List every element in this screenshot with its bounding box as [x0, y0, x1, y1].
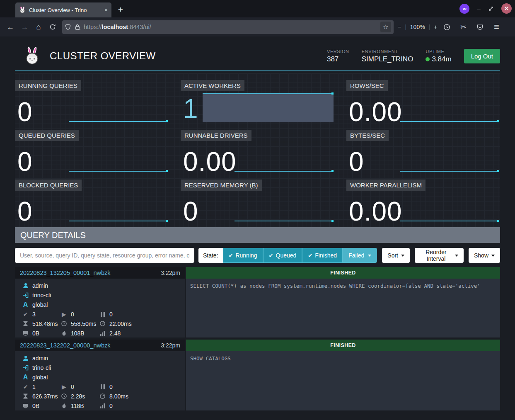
window-close-button[interactable]: ✕	[501, 3, 512, 14]
check-icon: ✔	[308, 252, 312, 259]
pocket-icon[interactable]	[474, 20, 486, 34]
query-user: admin	[32, 282, 48, 289]
stat-bytes-sec: BYTES/SEC 0	[346, 126, 500, 174]
stat-value: 0	[183, 198, 198, 225]
resource-group-icon: A	[22, 374, 29, 381]
sort-dropdown[interactable]: Sort	[382, 248, 410, 263]
user-icon	[22, 283, 29, 289]
zoom-out-icon[interactable]: −	[398, 24, 401, 30]
forward-icon[interactable]: →	[17, 20, 31, 34]
logout-button[interactable]: Log Out	[464, 49, 500, 63]
browser-tab[interactable]: Cluster Overview - Trino ×	[15, 2, 111, 17]
sparkline	[400, 171, 499, 172]
filter-queued-button[interactable]: ✔ Queued	[263, 248, 302, 263]
query-filter-row: State: ✔ Running ✔ Queued ✔ Finished Fai…	[15, 248, 500, 263]
sparkline	[235, 221, 333, 221]
cpu-time: 22.00ms	[109, 320, 132, 327]
stat-value: 1	[183, 95, 198, 122]
filter-failed-dropdown[interactable]: Failed	[343, 248, 377, 263]
separator: |	[405, 24, 406, 30]
menu-hamburger-icon[interactable]: ≡	[490, 20, 503, 34]
source-sign-in-icon	[22, 365, 29, 371]
chevron-down-icon	[368, 255, 371, 257]
stat-label: BYTES/SEC	[346, 130, 389, 141]
zoom-in-icon[interactable]: +	[434, 24, 437, 30]
stat-queued-queries: QUEUED QUERIES 0	[15, 126, 169, 174]
total-time: 2.28s	[71, 393, 85, 400]
version-stat: VERSION 387	[327, 49, 349, 63]
queued-splits-pause-icon	[99, 384, 106, 389]
running-splits: 0	[71, 384, 74, 390]
query-sql-preview[interactable]: SELECT COUNT(*) as nodes FROM system.run…	[186, 279, 500, 337]
uptime-status-dot	[426, 57, 430, 61]
url-bar[interactable]: https://localhost:8443/ui/ ☆	[62, 20, 394, 34]
sparkline	[69, 121, 167, 122]
screenshot-scissors-icon[interactable]: ✂	[457, 20, 469, 34]
query-search-input[interactable]	[15, 248, 194, 263]
private-browsing-icon: ∞	[459, 4, 469, 14]
chevron-down-icon	[401, 255, 404, 257]
zoom-level[interactable]: 100%	[410, 24, 425, 30]
tab-close-icon[interactable]: ×	[104, 7, 108, 13]
sparkline	[69, 221, 167, 221]
chevron-down-icon	[491, 255, 495, 257]
queued-splits-pause-icon	[99, 312, 106, 317]
back-icon[interactable]: ←	[3, 20, 17, 34]
stat-label: ROWS/SEC	[346, 80, 388, 91]
history-clock-icon[interactable]	[440, 20, 453, 34]
show-dropdown[interactable]: Show	[469, 248, 500, 263]
query-time: 3:22pm	[161, 269, 180, 276]
sparkline	[235, 171, 333, 172]
environment-value: SIMPLE_TRINO	[362, 55, 413, 63]
query-state-banner: FINISHED	[186, 267, 500, 279]
query-sql-preview[interactable]: SHOW CATALOGS	[186, 351, 500, 410]
state-filter-group: State: ✔ Running ✔ Queued ✔ Finished Fai…	[198, 248, 377, 263]
wall-time-hourglass-icon	[22, 393, 29, 399]
wall-time-hourglass-icon	[22, 321, 29, 326]
new-tab-button[interactable]: +	[114, 3, 127, 16]
stat-active-workers: ACTIVE WORKERS 1	[181, 77, 334, 124]
lock-warning-icon[interactable]	[74, 24, 81, 30]
filter-running-button[interactable]: ✔ Running	[223, 248, 263, 263]
reload-icon[interactable]	[46, 20, 60, 34]
sparkline	[69, 171, 167, 172]
trino-bunny-logo	[24, 46, 41, 66]
separator: |	[429, 24, 430, 30]
cpu-time-gauge-icon	[99, 393, 106, 399]
user-icon	[22, 355, 29, 361]
state-label: State:	[198, 248, 223, 263]
filter-finished-button[interactable]: ✔ Finished	[302, 248, 343, 263]
stat-label: WORKER PARALLELISM	[346, 180, 426, 191]
stat-label: ACTIVE WORKERS	[181, 80, 244, 91]
browser-tab-bar: Cluster Overview - Trino × + ∞ – ✕	[0, 0, 515, 17]
version-value: 387	[327, 55, 349, 63]
sparkline	[203, 93, 334, 122]
query-meta: admin trino-cli Aglobal ✔1 ▶0 0 626.37ms…	[15, 351, 185, 410]
reorder-interval-dropdown[interactable]: Reorder Interval	[415, 248, 464, 263]
page-title: CLUSTER OVERVIEW	[50, 50, 156, 62]
parallelism-chart-icon	[99, 403, 106, 408]
stat-worker-parallelism: WORKER PARALLELISM 0.00	[346, 176, 500, 224]
completed-splits: 1	[32, 384, 36, 390]
window-restore-button[interactable]	[488, 6, 494, 12]
parallelism-chart-icon	[99, 331, 106, 336]
query-id-link[interactable]: 20220823_132202_00000_nwbzk	[20, 342, 111, 349]
bookmark-star-icon[interactable]: ☆	[380, 22, 391, 32]
window-minimize-button[interactable]: –	[477, 5, 481, 12]
cumulative-memory: 108B	[71, 330, 85, 337]
running-splits-play-icon: ▶	[61, 311, 67, 318]
environment-stat: ENVIRONMENT SIMPLE_TRINO	[362, 49, 413, 63]
query-resource-group: global	[32, 301, 48, 308]
shield-icon[interactable]	[65, 24, 71, 30]
query-id-link[interactable]: 20220823_132205_00001_nwbzk	[20, 269, 111, 276]
stat-value: 0.00	[349, 198, 402, 225]
url-text[interactable]: https://localhost:8443/ui/	[84, 24, 377, 30]
cluster-stats-band: RUNNING QUERIES 0 ACTIVE WORKERS 1 ROWS/…	[15, 73, 500, 227]
stat-running-queries: RUNNING QUERIES 0	[15, 77, 169, 124]
home-icon[interactable]: ⌂	[31, 20, 46, 34]
resource-group-icon: A	[22, 301, 29, 308]
cumulative-memory: 118B	[71, 403, 84, 409]
parallelism: 0	[109, 403, 113, 409]
current-memory-drive-icon	[22, 331, 29, 336]
current-memory: 0B	[32, 330, 39, 337]
